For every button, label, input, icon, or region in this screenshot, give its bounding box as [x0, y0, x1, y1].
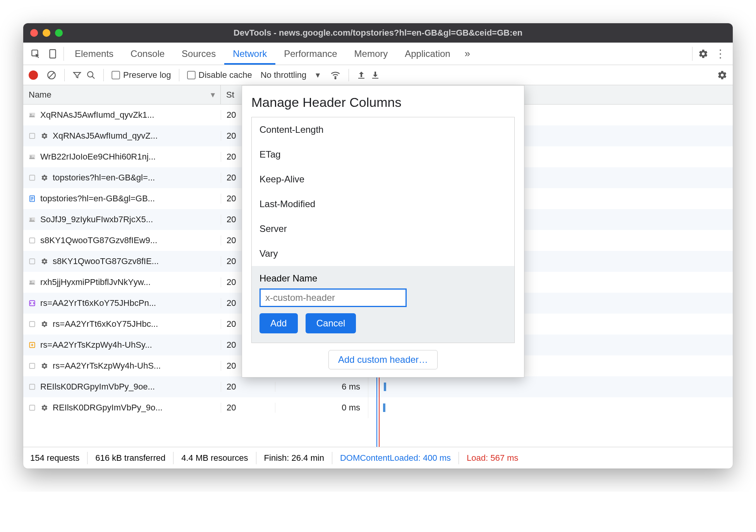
- clear-icon[interactable]: [46, 70, 57, 80]
- svg-line-3: [49, 72, 54, 77]
- request-status: 20: [221, 403, 275, 413]
- titlebar: DevTools - news.google.com/topstories?hl…: [23, 23, 733, 43]
- gear-icon: [40, 362, 49, 370]
- header-item[interactable]: Vary: [252, 241, 514, 266]
- gear-icon: [40, 403, 49, 412]
- search-icon[interactable]: [86, 70, 96, 80]
- column-header-name[interactable]: Name ▾: [23, 85, 221, 104]
- dialog-title: Manage Header Columns: [251, 95, 515, 110]
- request-name: topstories?hl=en-GB&gl=...: [53, 173, 155, 183]
- finish-time: Finish: 26.4 min: [264, 453, 324, 463]
- image-icon: [28, 111, 36, 119]
- tab-elements[interactable]: Elements: [66, 43, 122, 65]
- script2-icon: [28, 341, 36, 349]
- network-conditions-icon[interactable]: [330, 70, 341, 81]
- network-grid: Name ▾ St Time Waterfall XqRNAsJ5AwfIumd…: [23, 85, 733, 447]
- svg-point-13: [30, 156, 31, 157]
- record-button[interactable]: [29, 70, 38, 80]
- header-item[interactable]: Keep-Alive: [252, 167, 514, 192]
- request-name: REIlsK0DRGpyImVbPy_9oe...: [40, 382, 155, 392]
- load-time: Load: 567 ms: [467, 453, 518, 463]
- request-name: rs=AA2YrTsKzpWy4h-UhS...: [53, 361, 161, 371]
- blank-icon: [28, 383, 36, 391]
- custom-header-label: Header Name: [259, 273, 507, 284]
- svg-rect-30: [29, 405, 34, 410]
- network-settings-icon[interactable]: [717, 70, 727, 80]
- main-tabs: Elements Console Sources Network Perform…: [23, 43, 733, 65]
- custom-header-input[interactable]: [259, 288, 407, 307]
- svg-line-5: [92, 76, 94, 79]
- sort-indicator-icon: ▾: [211, 90, 215, 100]
- doc-icon: [28, 194, 36, 203]
- header-item[interactable]: Last-Modified: [252, 192, 514, 216]
- header-item[interactable]: ETag: [252, 142, 514, 167]
- network-toolbar: Preserve log Disable cache No throttling…: [23, 65, 733, 85]
- image-icon: [28, 215, 36, 224]
- disable-cache-checkbox[interactable]: Disable cache: [187, 70, 252, 80]
- devtools-window: DevTools - news.google.com/topstories?hl…: [23, 23, 733, 469]
- tab-memory[interactable]: Memory: [346, 43, 397, 65]
- add-button[interactable]: Add: [259, 313, 298, 333]
- cancel-button[interactable]: Cancel: [306, 313, 356, 333]
- request-time: 6 ms: [275, 382, 368, 392]
- minimize-window-button[interactable]: [43, 29, 50, 37]
- svg-rect-21: [29, 238, 34, 243]
- window-title: DevTools - news.google.com/topstories?hl…: [23, 28, 733, 38]
- transferred-size: 616 kB transferred: [95, 453, 165, 463]
- request-name: rs=AA2YrTsKzpWy4h-UhSy...: [40, 340, 152, 350]
- request-name: s8KY1QwooTG87Gzv8fIE...: [53, 256, 159, 266]
- tab-application[interactable]: Application: [396, 43, 459, 65]
- maximize-window-button[interactable]: [55, 29, 63, 37]
- tab-performance[interactable]: Performance: [275, 43, 345, 65]
- svg-point-24: [30, 281, 31, 282]
- file-type-icon: [28, 320, 36, 328]
- throttling-select[interactable]: No throttling▾: [261, 70, 320, 80]
- close-window-button[interactable]: [30, 29, 38, 37]
- gear-icon: [40, 320, 49, 328]
- header-item[interactable]: Content-Length: [252, 117, 514, 142]
- more-tabs-icon[interactable]: »: [459, 45, 476, 62]
- request-name: topstories?hl=en-GB&gl=GB...: [40, 194, 155, 204]
- request-waterfall: [368, 376, 733, 397]
- status-bar: 154 requests 616 kB transferred 4.4 MB r…: [23, 447, 733, 469]
- manage-header-columns-dialog: Manage Header Columns Content-Length ETa…: [242, 85, 524, 378]
- svg-rect-7: [358, 78, 364, 79]
- filter-icon[interactable]: [72, 70, 82, 80]
- gear-icon: [40, 257, 49, 266]
- request-name: rs=AA2YrTt6xKoY75JHbcPn...: [40, 298, 156, 308]
- script-icon: [28, 299, 36, 307]
- request-name: SoJfJ9_9zIykuFIwxb7RjcX5...: [40, 215, 153, 225]
- inspect-element-icon[interactable]: [27, 45, 44, 62]
- traffic-lights: [30, 29, 63, 37]
- request-name: rs=AA2YrTt6xKoY75JHbc...: [53, 319, 158, 329]
- preserve-log-checkbox[interactable]: Preserve log: [112, 70, 171, 80]
- request-name: XqRNAsJ5AwfIumd_qyvZk1...: [40, 110, 154, 120]
- svg-rect-29: [29, 384, 34, 389]
- download-har-icon[interactable]: [371, 70, 380, 80]
- gear-icon: [40, 173, 49, 182]
- tab-console[interactable]: Console: [122, 43, 173, 65]
- tab-sources[interactable]: Sources: [173, 43, 224, 65]
- settings-icon[interactable]: [695, 45, 712, 62]
- add-custom-header-link[interactable]: Add custom header…: [328, 350, 438, 369]
- svg-rect-8: [372, 78, 378, 79]
- request-row[interactable]: REIlsK0DRGpyImVbPy_9oe...206 ms: [23, 376, 733, 397]
- device-toolbar-icon[interactable]: [44, 45, 61, 62]
- svg-point-20: [30, 218, 31, 220]
- request-name: WrB22rIJoIoEe9CHhi60R1nj...: [40, 152, 156, 162]
- request-row[interactable]: REIlsK0DRGpyImVbPy_9o...200 ms: [23, 397, 733, 418]
- tab-network[interactable]: Network: [224, 43, 275, 65]
- request-name: rxh5jjHyxmiPPtibflJvNkYyw...: [40, 277, 151, 287]
- upload-har-icon[interactable]: [357, 70, 366, 80]
- image-icon: [28, 153, 36, 161]
- gear-icon: [40, 132, 49, 140]
- file-type-icon: [28, 173, 36, 182]
- kebab-menu-icon[interactable]: ⋮: [712, 45, 729, 62]
- file-type-icon: [28, 132, 36, 140]
- file-type-icon: [28, 257, 36, 266]
- request-name: REIlsK0DRGpyImVbPy_9o...: [53, 403, 163, 413]
- custom-header-box: Header Name Add Cancel: [252, 266, 514, 343]
- svg-rect-26: [29, 321, 34, 326]
- domcontentloaded-time: DOMContentLoaded: 400 ms: [340, 453, 451, 463]
- header-item[interactable]: Server: [252, 216, 514, 241]
